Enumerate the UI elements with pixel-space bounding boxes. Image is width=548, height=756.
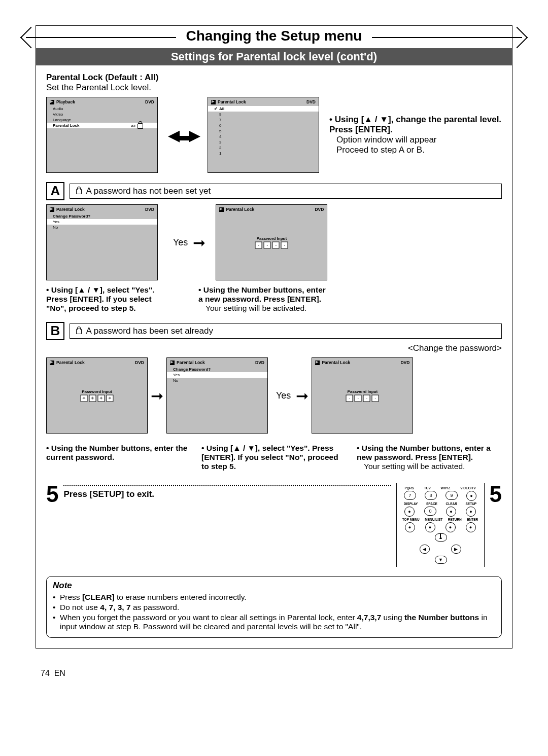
top-instruction: • Using [▲ / ▼], change the parental lev… (329, 115, 502, 155)
osd-level-1: 1 (219, 151, 221, 156)
osd-b-change-badge: DVD (255, 360, 264, 365)
remote-btn-clear[interactable]: ● (446, 507, 456, 517)
section-a-bar: A A password has not been set yet (46, 182, 502, 200)
osd-a-change-yes: Yes (53, 220, 59, 224)
play-icon (315, 361, 320, 365)
intro-text: Set the Parental Lock level. (46, 83, 151, 92)
play-icon (211, 100, 216, 104)
section-b-c2: Using [▲ / ▼], select "Yes". Press [ENTE… (201, 444, 347, 471)
bracket-right-icon (506, 27, 528, 48)
double-arrow-icon: ◀▬▶ (168, 126, 197, 144)
lock-open-icon (76, 189, 82, 194)
page-number: 74 EN (41, 669, 548, 678)
play-icon (50, 361, 54, 365)
remote-label-tuv: TUV (424, 486, 431, 490)
osd-b-change-screen: Parental Lock DVD Change Password? Yes N… (166, 357, 268, 434)
pw-cell: ✳ (107, 395, 114, 402)
remote-btn-0[interactable]: 0 (424, 507, 436, 516)
section-b-title: A password has been set already (86, 326, 213, 336)
osd-b-pw1-badge: DVD (135, 360, 144, 365)
osd-a-change-badge: DVD (145, 207, 154, 212)
remote-btn-topmenu[interactable]: ● (405, 522, 415, 532)
instr-top-bold: • Using [▲ / ▼], change the parental lev… (329, 115, 501, 134)
arrow-right-icon: ➞ (296, 387, 309, 405)
section-b-bar: B A password has been set already (46, 322, 502, 340)
section-a-left-text: Using [▲ / ▼], select "Yes". Press [ENTE… (46, 285, 168, 313)
remote-btn-9[interactable]: 9 (446, 491, 458, 500)
note-line-1: Press [CLEAR] to erase numbers entered i… (53, 593, 495, 602)
osd-level-7: 7 (219, 118, 221, 122)
remote-btn-7[interactable]: 7 (404, 491, 416, 500)
note-box: Note Press [CLEAR] to erase numbers ente… (46, 576, 502, 638)
remote-btn-videotv[interactable]: ● (466, 491, 476, 501)
remote-label-menulist: MENU/LIST (425, 518, 442, 521)
section-a-letter: A (46, 182, 64, 200)
step5-text: Press [SETUP] to exit. (63, 489, 391, 499)
osd-row-parental: Parental Lock (53, 123, 79, 128)
step5-number-left: 5 (46, 483, 58, 506)
arrow-right-icon: ➞ (193, 234, 206, 251)
arrow-right-icon: ➞ (151, 387, 163, 405)
remote-label-setup: SETUP (466, 502, 477, 506)
remote-btn-left[interactable]: ◀ (420, 545, 430, 554)
osd-a-change-no: No (53, 225, 58, 230)
osd-b-pw2-header: Parental Lock (322, 360, 350, 365)
section-b-row: Parental Lock DVD Password Input ✳ ✳ ✳ ✳… (46, 357, 502, 434)
section-a-right-text: Using the Number buttons, enter a new pa… (198, 285, 330, 313)
remote-label-display: DISPLAY (404, 502, 418, 506)
osd-b-pw2-label: Password Input (346, 389, 379, 394)
remote-btn-menulist[interactable]: ● (425, 522, 435, 532)
remote-btn-return[interactable]: ● (446, 522, 456, 532)
remote-btn-enter[interactable]: ● (466, 522, 476, 532)
osd-playback-header: Playback (56, 99, 75, 104)
pw-cell: - (281, 242, 288, 249)
osd-a-change-screen: Parental Lock DVD Change Password? Yes N… (46, 204, 158, 280)
osd-level-6: 6 (219, 123, 221, 128)
osd-a-pw-label: Password Input (255, 236, 288, 241)
remote-btn-display[interactable]: ● (404, 507, 415, 517)
instr-top-line1: Option window will appear (336, 135, 437, 145)
section-b-yes-label: Yes (276, 390, 291, 401)
remote-label-videotv: VIDEO/TV (460, 486, 475, 490)
pw-cell: - (255, 242, 262, 249)
pw-cell: - (363, 395, 370, 402)
osd-level-8: 8 (219, 112, 221, 117)
pw-cell: - (346, 395, 353, 402)
osd-levels-screen: Parental Lock DVD All 8 7 6 5 4 3 2 1 (208, 97, 319, 173)
pw-cell: ✳ (98, 395, 105, 402)
dotted-line (63, 485, 391, 486)
remote-btn-down[interactable]: ▼ (435, 556, 447, 564)
remote-dpad: ▲ ▼ ◀ ▶ (418, 533, 463, 564)
remote-btn-setup[interactable]: ● (466, 507, 476, 517)
section-b-c1: Using the Number buttons, enter the curr… (46, 444, 191, 462)
osd-b-pw1-screen: Parental Lock DVD Password Input ✳ ✳ ✳ ✳ (46, 357, 148, 434)
page-subtitle: Settings for Parental lock level (cont'd… (36, 48, 512, 65)
osd-level-all: All (214, 106, 224, 111)
section-a-yes-label: Yes (173, 237, 188, 248)
osd-level-3: 3 (219, 140, 221, 145)
osd-level-5: 5 (219, 129, 221, 133)
remote-btn-up[interactable]: ▲ (435, 533, 447, 542)
remote-btn-right[interactable]: ▶ (451, 545, 461, 554)
top-banner: Changing the Setup menu (26, 26, 522, 46)
osd-a-change-q: Change Password? (53, 214, 90, 219)
osd-b-pw1-label: Password Input (81, 389, 114, 394)
pw-cell: ✳ (89, 395, 96, 402)
osd-b-pw1-header: Parental Lock (56, 360, 85, 365)
osd-row-parental-val: All (131, 124, 135, 128)
osd-b-change-yes: Yes (173, 373, 180, 377)
remote-label-enter: ENTER (467, 518, 478, 521)
step5-row: 5 Press [SETUP] to exit. PQRS TUV WXYZ V… (46, 483, 502, 567)
note-header: Note (53, 581, 495, 591)
osd-row-audio: Audio (53, 106, 63, 111)
bracket-left-icon (20, 27, 42, 48)
osd-levels-badge: DVD (306, 99, 316, 104)
section-b-letter: B (46, 322, 64, 340)
osd-a-pw-badge: DVD (315, 207, 324, 212)
remote-label-pqrs: PQRS (404, 486, 414, 490)
remote-label-wxyz: WXYZ (441, 486, 451, 490)
pw-cell: - (355, 395, 362, 402)
change-pw-label: <Change the password> (46, 343, 502, 353)
remote-btn-8[interactable]: 8 (425, 491, 437, 500)
note-line-3: When you forget the password or you want… (53, 613, 495, 631)
